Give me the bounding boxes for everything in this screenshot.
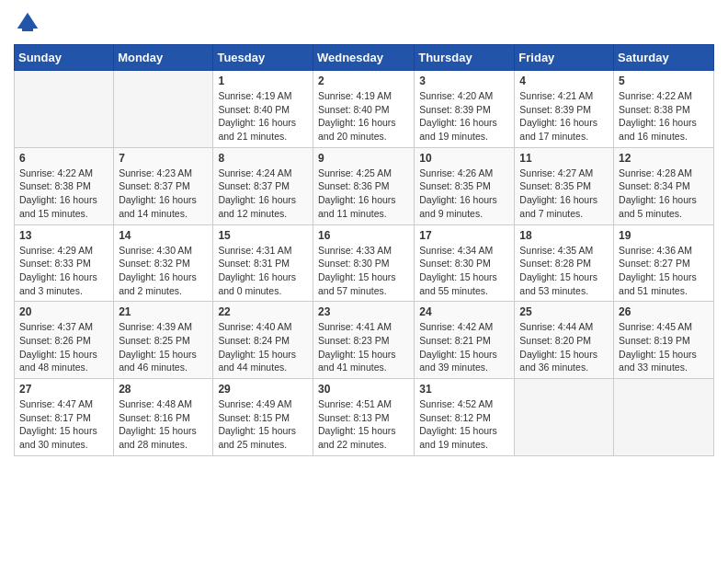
day-info: Sunrise: 4:19 AM Sunset: 8:40 PM Dayligh… [318, 89, 409, 144]
day-number: 6 [19, 152, 108, 165]
day-info: Sunrise: 4:24 AM Sunset: 8:37 PM Dayligh… [218, 167, 308, 221]
day-info: Sunrise: 4:21 AM Sunset: 8:39 PM Dayligh… [519, 89, 609, 144]
day-number: 29 [218, 383, 308, 396]
svg-rect-1 [22, 25, 33, 32]
page: SundayMondayTuesdayWednesdayThursdayFrid… [0, 0, 728, 563]
day-number: 3 [419, 75, 509, 87]
calendar-week-row: 13Sunrise: 4:29 AM Sunset: 8:33 PM Dayli… [15, 224, 714, 302]
calendar-cell: 16Sunrise: 4:33 AM Sunset: 8:30 PM Dayli… [313, 224, 414, 302]
calendar-cell [515, 379, 614, 456]
calendar-cell: 27Sunrise: 4:47 AM Sunset: 8:17 PM Dayli… [15, 379, 114, 456]
day-number: 14 [119, 229, 208, 242]
header [14, 9, 714, 37]
calendar-cell: 3Sunrise: 4:20 AM Sunset: 8:39 PM Daylig… [415, 71, 515, 148]
calendar-cell: 17Sunrise: 4:34 AM Sunset: 8:30 PM Dayli… [415, 224, 515, 302]
calendar-cell: 24Sunrise: 4:42 AM Sunset: 8:21 PM Dayli… [415, 302, 515, 379]
calendar-cell: 20Sunrise: 4:37 AM Sunset: 8:26 PM Dayli… [15, 302, 114, 379]
day-number: 12 [619, 152, 709, 165]
calendar-cell: 1Sunrise: 4:19 AM Sunset: 8:40 PM Daylig… [213, 71, 313, 148]
day-info: Sunrise: 4:36 AM Sunset: 8:27 PM Dayligh… [619, 244, 709, 298]
calendar-cell: 26Sunrise: 4:45 AM Sunset: 8:19 PM Dayli… [614, 302, 714, 379]
day-info: Sunrise: 4:49 AM Sunset: 8:15 PM Dayligh… [218, 397, 308, 452]
day-info: Sunrise: 4:22 AM Sunset: 8:38 PM Dayligh… [19, 167, 108, 221]
calendar-cell: 31Sunrise: 4:52 AM Sunset: 8:12 PM Dayli… [415, 379, 515, 456]
calendar-cell: 11Sunrise: 4:27 AM Sunset: 8:35 PM Dayli… [515, 147, 614, 224]
day-number: 11 [519, 152, 609, 165]
calendar-cell: 19Sunrise: 4:36 AM Sunset: 8:27 PM Dayli… [614, 224, 714, 302]
day-info: Sunrise: 4:48 AM Sunset: 8:16 PM Dayligh… [119, 397, 208, 452]
day-info: Sunrise: 4:52 AM Sunset: 8:12 PM Dayligh… [419, 397, 509, 452]
calendar-cell: 4Sunrise: 4:21 AM Sunset: 8:39 PM Daylig… [515, 71, 614, 148]
day-info: Sunrise: 4:27 AM Sunset: 8:35 PM Dayligh… [519, 167, 609, 221]
weekday-header-friday: Friday [515, 45, 614, 71]
calendar-cell: 10Sunrise: 4:26 AM Sunset: 8:35 PM Dayli… [415, 147, 515, 224]
day-info: Sunrise: 4:33 AM Sunset: 8:30 PM Dayligh… [318, 244, 409, 298]
calendar-cell: 12Sunrise: 4:28 AM Sunset: 8:34 PM Dayli… [614, 147, 714, 224]
day-number: 25 [519, 305, 609, 318]
day-info: Sunrise: 4:37 AM Sunset: 8:26 PM Dayligh… [19, 320, 108, 374]
weekday-header-wednesday: Wednesday [313, 45, 414, 71]
calendar-cell: 22Sunrise: 4:40 AM Sunset: 8:24 PM Dayli… [213, 302, 313, 379]
day-info: Sunrise: 4:44 AM Sunset: 8:20 PM Dayligh… [519, 320, 609, 374]
day-number: 23 [318, 305, 409, 318]
calendar-cell [614, 379, 714, 456]
day-number: 15 [218, 229, 308, 242]
calendar-cell: 14Sunrise: 4:30 AM Sunset: 8:32 PM Dayli… [114, 224, 213, 302]
calendar-cell: 6Sunrise: 4:22 AM Sunset: 8:38 PM Daylig… [15, 147, 114, 224]
day-number: 20 [19, 305, 108, 318]
day-number: 8 [218, 152, 308, 165]
logo [14, 9, 45, 37]
day-number: 26 [619, 305, 709, 318]
weekday-header-thursday: Thursday [415, 45, 515, 71]
day-info: Sunrise: 4:42 AM Sunset: 8:21 PM Dayligh… [419, 320, 509, 374]
day-info: Sunrise: 4:34 AM Sunset: 8:30 PM Dayligh… [419, 244, 509, 298]
logo-icon [14, 9, 41, 37]
day-number: 22 [218, 305, 308, 318]
calendar-cell: 5Sunrise: 4:22 AM Sunset: 8:38 PM Daylig… [614, 71, 714, 148]
calendar-cell: 7Sunrise: 4:23 AM Sunset: 8:37 PM Daylig… [114, 147, 213, 224]
day-info: Sunrise: 4:30 AM Sunset: 8:32 PM Dayligh… [119, 244, 208, 298]
calendar-header: SundayMondayTuesdayWednesdayThursdayFrid… [15, 45, 714, 71]
calendar-cell: 23Sunrise: 4:41 AM Sunset: 8:23 PM Dayli… [313, 302, 414, 379]
calendar-cell [15, 71, 114, 148]
calendar-cell: 2Sunrise: 4:19 AM Sunset: 8:40 PM Daylig… [313, 71, 414, 148]
calendar-cell: 9Sunrise: 4:25 AM Sunset: 8:36 PM Daylig… [313, 147, 414, 224]
calendar-week-row: 20Sunrise: 4:37 AM Sunset: 8:26 PM Dayli… [15, 302, 714, 379]
day-info: Sunrise: 4:35 AM Sunset: 8:28 PM Dayligh… [519, 244, 609, 298]
day-number: 9 [318, 152, 409, 165]
day-number: 31 [419, 383, 509, 396]
calendar-week-row: 27Sunrise: 4:47 AM Sunset: 8:17 PM Dayli… [15, 379, 714, 456]
calendar-table: SundayMondayTuesdayWednesdayThursdayFrid… [14, 44, 714, 456]
weekday-header-saturday: Saturday [614, 45, 714, 71]
calendar-cell: 28Sunrise: 4:48 AM Sunset: 8:16 PM Dayli… [114, 379, 213, 456]
day-number: 13 [19, 229, 108, 242]
day-number: 17 [419, 229, 509, 242]
calendar-cell: 25Sunrise: 4:44 AM Sunset: 8:20 PM Dayli… [515, 302, 614, 379]
calendar-cell: 13Sunrise: 4:29 AM Sunset: 8:33 PM Dayli… [15, 224, 114, 302]
day-number: 28 [119, 383, 208, 396]
calendar-cell: 15Sunrise: 4:31 AM Sunset: 8:31 PM Dayli… [213, 224, 313, 302]
day-info: Sunrise: 4:51 AM Sunset: 8:13 PM Dayligh… [318, 397, 409, 452]
day-number: 4 [519, 75, 609, 87]
day-info: Sunrise: 4:31 AM Sunset: 8:31 PM Dayligh… [218, 244, 308, 298]
day-number: 2 [318, 75, 409, 87]
day-info: Sunrise: 4:26 AM Sunset: 8:35 PM Dayligh… [419, 167, 509, 221]
day-number: 30 [318, 383, 409, 396]
calendar-week-row: 1Sunrise: 4:19 AM Sunset: 8:40 PM Daylig… [15, 71, 714, 148]
day-info: Sunrise: 4:41 AM Sunset: 8:23 PM Dayligh… [318, 320, 409, 374]
day-number: 24 [419, 305, 509, 318]
day-number: 1 [218, 75, 308, 87]
day-info: Sunrise: 4:28 AM Sunset: 8:34 PM Dayligh… [619, 167, 709, 221]
calendar-cell: 29Sunrise: 4:49 AM Sunset: 8:15 PM Dayli… [213, 379, 313, 456]
calendar-cell: 8Sunrise: 4:24 AM Sunset: 8:37 PM Daylig… [213, 147, 313, 224]
weekday-header-sunday: Sunday [15, 45, 114, 71]
weekday-row: SundayMondayTuesdayWednesdayThursdayFrid… [15, 45, 714, 71]
day-info: Sunrise: 4:23 AM Sunset: 8:37 PM Dayligh… [119, 167, 208, 221]
weekday-header-monday: Monday [114, 45, 213, 71]
day-number: 19 [619, 229, 709, 242]
day-info: Sunrise: 4:47 AM Sunset: 8:17 PM Dayligh… [19, 397, 108, 452]
weekday-header-tuesday: Tuesday [213, 45, 313, 71]
day-info: Sunrise: 4:39 AM Sunset: 8:25 PM Dayligh… [119, 320, 208, 374]
day-info: Sunrise: 4:19 AM Sunset: 8:40 PM Dayligh… [218, 89, 308, 144]
day-number: 27 [19, 383, 108, 396]
